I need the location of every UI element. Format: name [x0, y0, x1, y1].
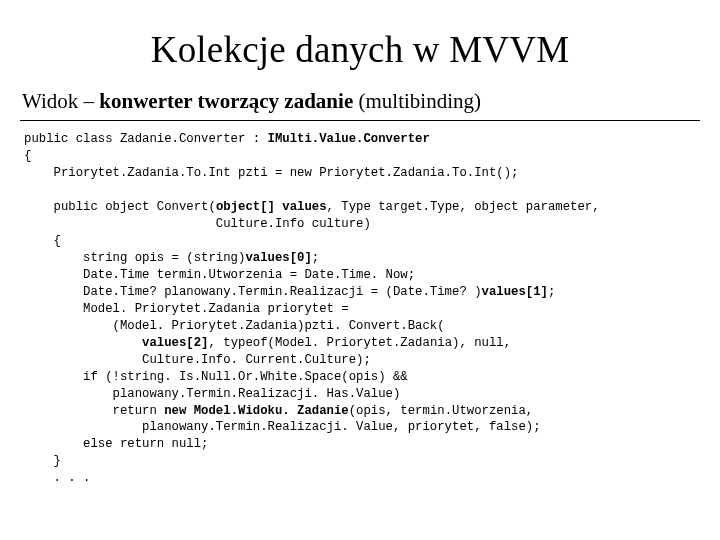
code-line: Date.Time termin.Utworzenia = Date.Time.…	[24, 268, 415, 282]
code-bold: object[] values	[216, 200, 327, 214]
code-line: Model. Priorytet.Zadania priorytet =	[24, 302, 349, 316]
subtitle-prefix: Widok –	[22, 89, 99, 113]
code-line: {	[24, 149, 31, 163]
subtitle-bold: konwerter tworzący zadanie	[99, 89, 353, 113]
code-line	[24, 336, 142, 350]
code-line: ;	[548, 285, 555, 299]
code-line: return	[24, 404, 164, 418]
slide-title: Kolekcje danych w MVVM	[20, 28, 700, 71]
code-line: , Type target.Type, object parameter,	[327, 200, 600, 214]
subtitle-suffix: (multibinding)	[353, 89, 481, 113]
code-line: Culture.Info. Current.Culture);	[24, 353, 371, 367]
slide-container: Kolekcje danych w MVVM Widok – konwerter…	[0, 0, 720, 497]
code-line: Priorytet.Zadania.To.Int pzti = new Prio…	[24, 166, 518, 180]
code-line: . . .	[24, 471, 90, 485]
code-line: Date.Time? planowany.Termin.Realizacji =…	[24, 285, 482, 299]
code-line: string opis = (string)	[24, 251, 245, 265]
code-line: {	[24, 234, 61, 248]
code-bold: values[2]	[142, 336, 208, 350]
divider-line	[20, 120, 700, 121]
code-bold: values[1]	[482, 285, 548, 299]
slide-subtitle: Widok – konwerter tworzący zadanie (mult…	[22, 89, 700, 114]
code-line: if (!string. Is.Null.Or.White.Space(opis…	[24, 370, 408, 384]
code-bold: IMulti.Value.Converter	[268, 132, 430, 146]
code-line: else return null;	[24, 437, 208, 451]
code-block: public class Zadanie.Converter : IMulti.…	[24, 131, 700, 487]
code-line: planowany.Termin.Realizacji. Has.Value)	[24, 387, 400, 401]
code-line: (Model. Priorytet.Zadania)pzti. Convert.…	[24, 319, 445, 333]
code-line: Culture.Info culture)	[24, 217, 371, 231]
code-line: }	[24, 454, 61, 468]
code-line: (opis, termin.Utworzenia,	[349, 404, 533, 418]
code-line: public class Zadanie.Converter :	[24, 132, 268, 146]
code-bold: values[0]	[245, 251, 311, 265]
code-line: ;	[312, 251, 319, 265]
code-line: public object Convert(	[24, 200, 216, 214]
code-bold: new Model.Widoku. Zadanie	[164, 404, 348, 418]
code-line: planowany.Termin.Realizacji. Value, prio…	[24, 420, 541, 434]
code-line: , typeof(Model. Priorytet.Zadania), null…	[209, 336, 512, 350]
